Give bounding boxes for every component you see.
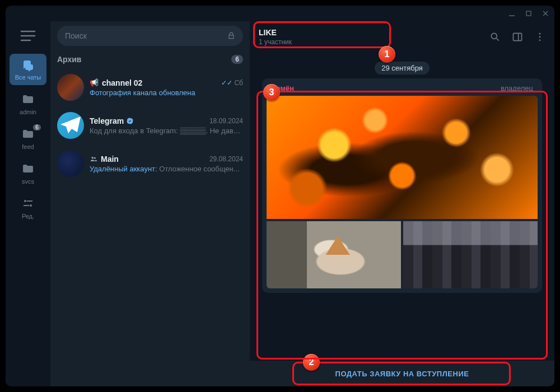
svg-point-9 — [94, 157, 96, 158]
read-check-icon: ✓✓ — [221, 79, 232, 87]
archive-row[interactable]: Архив 6 — [50, 50, 250, 68]
svg-point-10 — [491, 33, 497, 39]
chat-list-panel: Поиск Архив 6 📢 chan — [50, 21, 250, 386]
archive-count: 6 — [231, 55, 243, 64]
svg-point-6 — [30, 204, 32, 207]
chat-preview: Код для входа в Telegram: ▒▒▒▒▒. Не дава… — [90, 127, 243, 135]
search-in-chat-icon[interactable] — [489, 31, 501, 43]
folder-icon — [21, 93, 35, 106]
search-placeholder: Поиск — [65, 31, 87, 40]
titlebar — [6, 6, 554, 21]
svg-rect-12 — [514, 33, 522, 40]
verified-icon — [126, 117, 134, 125]
sidepanel-icon[interactable] — [512, 31, 523, 43]
window-maximize-icon[interactable] — [525, 10, 532, 17]
media-image-city[interactable] — [403, 221, 538, 288]
svg-point-14 — [539, 33, 541, 35]
avatar — [57, 74, 84, 101]
rail-feed[interactable]: 6 feed — [10, 123, 46, 155]
chat-time: 18.09.2024 — [209, 117, 243, 125]
chat-subtitle: 1 участник — [259, 38, 292, 46]
chat-item[interactable]: Main 29.08.2024 Удалённый аккаунт: Отлож… — [50, 144, 250, 183]
media-image-cat[interactable] — [267, 221, 401, 288]
sliders-icon — [21, 197, 35, 211]
chat-header[interactable]: LIKE 1 участник — [250, 21, 554, 53]
message-role: владелец — [501, 84, 533, 92]
message-card[interactable]: Семён владелец — [262, 78, 542, 293]
rail-label: Все чаты — [15, 74, 41, 81]
lock-icon — [227, 32, 235, 40]
avatar — [57, 112, 84, 139]
join-request-button[interactable]: ПОДАТЬ ЗАЯВКУ НА ВСТУПЛЕНИЕ — [250, 361, 554, 386]
rail-label: admin — [20, 109, 36, 115]
svg-point-8 — [92, 156, 94, 158]
svg-line-11 — [497, 39, 499, 41]
rail-label: svcs — [22, 178, 34, 185]
chat-item[interactable]: Telegram 18.09.2024 Код для входа в Tele… — [50, 106, 250, 144]
rail-badge: 6 — [33, 124, 41, 130]
window-close-icon[interactable] — [542, 10, 549, 17]
chat-time: ✓✓Сб — [221, 79, 243, 87]
chat-icon — [21, 58, 35, 72]
chat-title: Main — [101, 155, 119, 164]
app-window: Все чаты admin 6 feed svcs — [6, 6, 554, 386]
rail-label: feed — [22, 143, 34, 150]
media-album — [267, 96, 538, 288]
folder-icon — [21, 128, 35, 141]
chat-title: LIKE — [259, 28, 292, 37]
rail-edit[interactable]: Ред. — [10, 193, 46, 224]
rail-admin[interactable]: admin — [10, 88, 46, 120]
date-separator: 29 сентября — [262, 63, 542, 73]
chat-preview: Фотография канала обновлена — [90, 88, 243, 97]
megaphone-icon: 📢 — [90, 78, 99, 87]
chat-item[interactable]: 📢 channel 02 ✓✓Сб Фотография канала обно… — [50, 68, 250, 106]
folder-rail: Все чаты admin 6 feed svcs — [6, 21, 50, 386]
window-minimize-icon[interactable] — [508, 10, 515, 17]
rail-label: Ред. — [22, 213, 34, 220]
chat-panel: LIKE 1 участник 29 сентя — [250, 21, 554, 386]
more-icon[interactable] — [534, 31, 545, 43]
svg-point-16 — [539, 39, 541, 41]
folder-icon — [21, 162, 35, 176]
svg-point-4 — [24, 200, 26, 202]
chat-preview: Удалённый аккаунт: Отложенное сообщен... — [90, 165, 243, 173]
rail-all-chats[interactable]: Все чаты — [10, 54, 46, 85]
menu-button[interactable] — [19, 27, 37, 45]
svg-point-15 — [539, 36, 541, 38]
chat-messages: 29 сентября Семён владелец — [250, 53, 554, 361]
chat-title: channel 02 — [102, 78, 142, 87]
chat-title: Telegram — [90, 116, 124, 125]
search-input[interactable]: Поиск — [57, 26, 243, 46]
group-icon — [90, 155, 97, 163]
archive-label: Архив — [57, 55, 81, 64]
svg-rect-1 — [526, 11, 531, 16]
media-image-fractal[interactable] — [267, 96, 538, 219]
chat-time: 29.08.2024 — [209, 155, 243, 163]
avatar — [57, 150, 84, 177]
rail-svcs[interactable]: svcs — [10, 158, 46, 189]
message-author: Семён — [271, 84, 294, 92]
